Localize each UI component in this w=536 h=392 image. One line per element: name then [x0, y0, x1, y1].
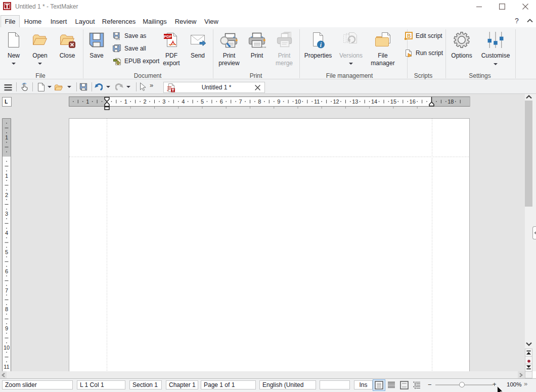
svg-text:2: 2 [5, 192, 8, 198]
svg-text:13: 13 [352, 99, 358, 105]
svg-text:1: 1 [124, 99, 127, 105]
svg-text:9: 9 [277, 99, 280, 105]
svg-text:11: 11 [314, 99, 320, 105]
svg-text:18: 18 [448, 99, 454, 105]
svg-text:11: 11 [4, 364, 9, 370]
svg-text:1: 1 [5, 134, 8, 140]
svg-text:1: 1 [5, 173, 8, 179]
svg-text:PDF: PDF [164, 34, 172, 39]
svg-text:8: 8 [5, 306, 8, 312]
svg-text:4: 4 [182, 99, 185, 105]
svg-text:5: 5 [5, 249, 8, 255]
svg-text:7: 7 [5, 287, 8, 293]
svg-text:3: 3 [5, 211, 8, 217]
svg-text:14: 14 [371, 99, 377, 105]
svg-text:5: 5 [201, 99, 204, 105]
svg-text:4: 4 [5, 230, 8, 236]
svg-text:15: 15 [390, 99, 396, 105]
svg-text:12: 12 [333, 99, 339, 105]
svg-text:6: 6 [5, 268, 8, 274]
svg-text:8: 8 [258, 99, 261, 105]
svg-text:3: 3 [162, 99, 165, 105]
svg-text:B: B [407, 33, 411, 39]
svg-text:10: 10 [295, 99, 301, 105]
svg-text:2: 2 [144, 99, 147, 105]
svg-text:1: 1 [86, 99, 89, 105]
svg-text:16: 16 [410, 99, 416, 105]
svg-text:7: 7 [239, 99, 242, 105]
svg-text:6: 6 [220, 99, 223, 105]
svg-text:10: 10 [4, 345, 10, 351]
svg-text:9: 9 [5, 325, 8, 331]
